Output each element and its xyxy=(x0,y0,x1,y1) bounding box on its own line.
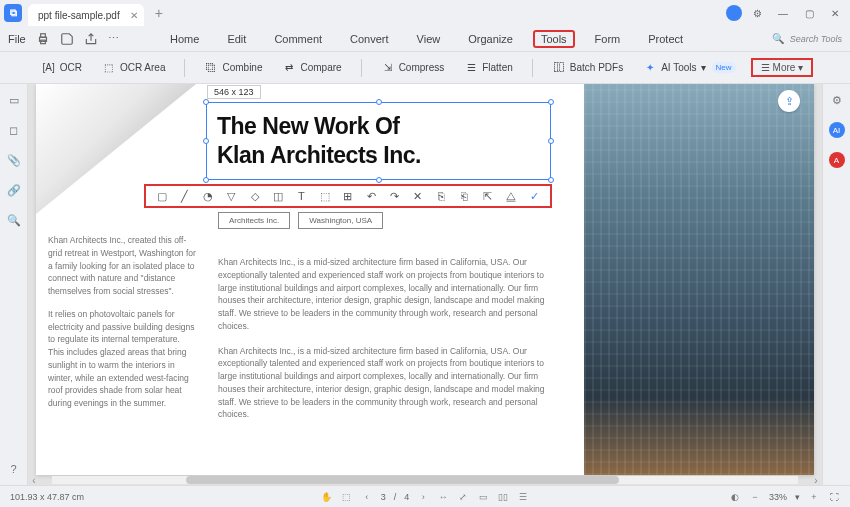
thumbnails-icon[interactable]: ▭ xyxy=(6,92,22,108)
search-tools-input[interactable]: Search Tools xyxy=(790,34,842,44)
bookmarks-icon[interactable]: ◻ xyxy=(6,122,22,138)
new-badge: New xyxy=(712,62,736,73)
two-page-icon[interactable]: ▯▯ xyxy=(497,491,509,503)
copy-icon[interactable]: ⎘ xyxy=(434,189,448,203)
image-icon[interactable]: ⬚ xyxy=(318,189,332,203)
resize-handle-sw[interactable] xyxy=(203,177,209,183)
horizontal-scrollbar[interactable]: ‹ › xyxy=(28,475,822,485)
delete-icon[interactable]: ✕ xyxy=(411,189,425,203)
pin-icon[interactable]: ⧋ xyxy=(504,189,518,203)
share-floating-icon[interactable]: ⇪ xyxy=(778,90,800,112)
resize-handle-s[interactable] xyxy=(376,177,382,183)
ocr-area-button[interactable]: ⬚OCR Area xyxy=(97,58,171,78)
menu-home[interactable]: Home xyxy=(162,30,207,48)
more-button[interactable]: ☰More▾ xyxy=(751,58,814,77)
resize-handle-nw[interactable] xyxy=(203,99,209,105)
zoom-level[interactable]: 33% xyxy=(769,492,787,502)
scroll-track[interactable] xyxy=(52,476,798,484)
clip-icon[interactable]: 📎 xyxy=(6,152,22,168)
read-mode-icon[interactable]: ◐ xyxy=(729,491,741,503)
batch-pdfs-button[interactable]: ⿲Batch PDFs xyxy=(547,58,628,78)
redo-icon[interactable]: ↷ xyxy=(387,189,401,203)
chevron-down-icon[interactable]: ▾ xyxy=(795,492,800,502)
combine-button[interactable]: ⿻Combine xyxy=(199,58,267,78)
ai-tools-button[interactable]: ✦AI Tools▾New xyxy=(638,58,740,78)
hand-tool-icon[interactable]: ✋ xyxy=(321,491,333,503)
share-icon[interactable] xyxy=(84,32,98,46)
fullscreen-icon[interactable]: ⛶ xyxy=(828,491,840,503)
menu-edit[interactable]: Edit xyxy=(219,30,254,48)
text-icon[interactable]: T xyxy=(294,189,308,203)
selected-text-box[interactable]: The New Work Of Klan Architects Inc. xyxy=(206,102,551,180)
paste-icon[interactable]: ⎗ xyxy=(457,189,471,203)
scroll-left-icon[interactable]: ‹ xyxy=(28,475,40,486)
ai-chat-icon[interactable]: A xyxy=(829,152,845,168)
page-image-right xyxy=(584,84,814,475)
continuous-icon[interactable]: ☰ xyxy=(517,491,529,503)
resize-handle-e[interactable] xyxy=(548,138,554,144)
undo-icon[interactable]: ↶ xyxy=(364,189,378,203)
help-icon[interactable]: ? xyxy=(6,461,22,477)
app-icon: ⧉ xyxy=(4,4,22,22)
fit-page-icon[interactable]: ⤢ xyxy=(457,491,469,503)
resize-handle-ne[interactable] xyxy=(548,99,554,105)
search-panel-icon[interactable]: 🔍 xyxy=(6,212,22,228)
eraser-icon[interactable]: ◔ xyxy=(201,189,215,203)
menu-protect[interactable]: Protect xyxy=(640,30,691,48)
menu-form[interactable]: Form xyxy=(587,30,629,48)
resize-handle-se[interactable] xyxy=(548,177,554,183)
export-icon[interactable]: ⇱ xyxy=(481,189,495,203)
document-canvas[interactable]: ⇪ The New Work Of Klan Architects Inc. ▢… xyxy=(28,84,822,485)
close-window-button[interactable]: ✕ xyxy=(824,2,846,24)
scroll-right-icon[interactable]: › xyxy=(810,475,822,486)
minimize-button[interactable]: — xyxy=(772,2,794,24)
settings-icon[interactable]: ⚙ xyxy=(746,2,768,24)
maximize-button[interactable]: ▢ xyxy=(798,2,820,24)
zoom-in-icon[interactable]: + xyxy=(808,491,820,503)
menu-comment[interactable]: Comment xyxy=(266,30,330,48)
callout-icon[interactable]: ▽ xyxy=(224,189,238,203)
user-avatar-icon[interactable] xyxy=(726,5,742,21)
select-tool-icon[interactable]: ⬚ xyxy=(341,491,353,503)
file-menu[interactable]: File xyxy=(8,33,26,45)
confirm-icon[interactable]: ✓ xyxy=(527,189,541,203)
svg-rect-1 xyxy=(40,33,45,37)
compare-icon: ⇄ xyxy=(282,61,296,75)
body-right-column: Khan Architects Inc., is a mid-sized arc… xyxy=(218,256,548,433)
single-page-icon[interactable]: ▭ xyxy=(477,491,489,503)
attachments-icon[interactable]: 🔗 xyxy=(6,182,22,198)
line-icon[interactable]: ╱ xyxy=(178,189,192,203)
menu-convert[interactable]: Convert xyxy=(342,30,397,48)
fit-width-icon[interactable]: ↔ xyxy=(437,491,449,503)
rectangle-icon[interactable]: ▢ xyxy=(155,189,169,203)
scroll-thumb[interactable] xyxy=(186,476,619,484)
compare-button[interactable]: ⇄Compare xyxy=(277,58,346,78)
next-page-icon[interactable]: › xyxy=(417,491,429,503)
close-icon[interactable]: ✕ xyxy=(130,10,138,21)
new-tab-button[interactable]: + xyxy=(150,4,168,22)
tag-architects: Architects Inc. xyxy=(218,212,290,229)
compress-button[interactable]: ⇲Compress xyxy=(376,58,450,78)
properties-icon[interactable]: ⚙ xyxy=(829,92,845,108)
document-tab[interactable]: ppt file-sample.pdf ✕ xyxy=(28,4,144,26)
zoom-out-icon[interactable]: − xyxy=(749,491,761,503)
heading-line2: Klan Architects Inc. xyxy=(217,141,540,170)
ocr-button[interactable]: [A]OCR xyxy=(37,58,87,78)
ai-panel-icon[interactable]: AI xyxy=(829,122,845,138)
prev-page-icon[interactable]: ‹ xyxy=(361,491,373,503)
print-icon[interactable] xyxy=(36,32,50,46)
layers-icon[interactable]: ◫ xyxy=(271,189,285,203)
flatten-button[interactable]: ☰Flatten xyxy=(459,58,518,78)
tools-toolbar: [A]OCR ⬚OCR Area ⿻Combine ⇄Compare ⇲Comp… xyxy=(0,52,850,84)
menu-view[interactable]: View xyxy=(409,30,449,48)
menu-tools[interactable]: Tools xyxy=(533,30,575,48)
save-icon[interactable] xyxy=(60,32,74,46)
menu-organize[interactable]: Organize xyxy=(460,30,521,48)
page-current[interactable]: 3 xyxy=(381,492,386,502)
resize-handle-n[interactable] xyxy=(376,99,382,105)
add-icon[interactable]: ⊞ xyxy=(341,189,355,203)
resize-handle-w[interactable] xyxy=(203,138,209,144)
diamond-icon[interactable]: ◇ xyxy=(248,189,262,203)
more-options-icon[interactable]: ⋯ xyxy=(108,32,122,46)
search-icon[interactable]: 🔍 xyxy=(772,33,784,44)
